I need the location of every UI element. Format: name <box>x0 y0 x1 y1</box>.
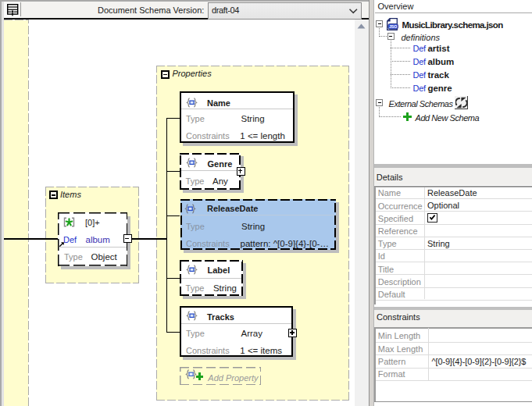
svg-text:JSO: JSO <box>389 24 397 29</box>
